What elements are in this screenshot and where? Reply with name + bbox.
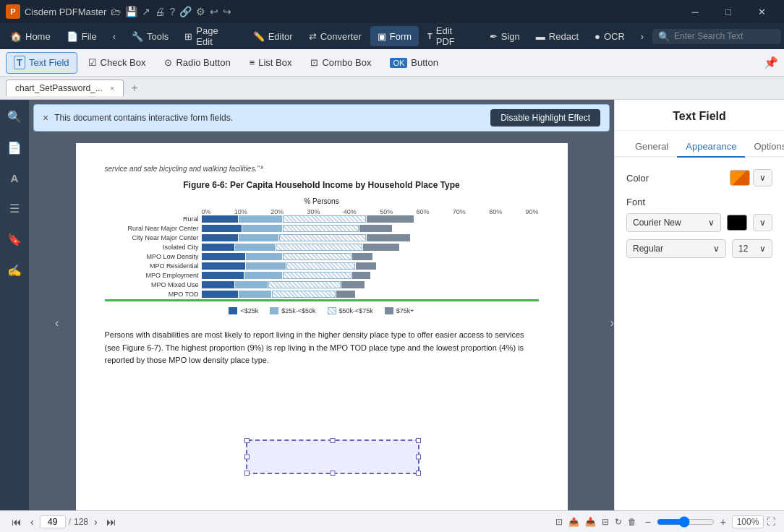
page-number-input[interactable] [40, 515, 66, 528]
sidebar-pages-icon[interactable]: 📄 [3, 137, 26, 159]
color-swatch[interactable] [730, 170, 750, 186]
menu-form[interactable]: ▣ Form [370, 26, 419, 46]
zoom-value[interactable]: 100% [732, 515, 764, 528]
radio-button-tool[interactable]: ⊙ Radio Button [156, 52, 238, 74]
pdf-viewer[interactable]: ‹ › service and safe bicycling and walki… [29, 136, 614, 510]
pin-icon[interactable]: 📌 [764, 56, 778, 69]
tab-options[interactable]: Options [745, 137, 784, 156]
tab-close-icon[interactable]: × [110, 84, 114, 93]
list-box-tool[interactable]: ≡ List Box [242, 52, 300, 74]
toolbar: T Text Field ☑ Check Box ⊙ Radio Button … [0, 49, 784, 77]
search-input[interactable] [674, 31, 775, 41]
menu-edit-pdf[interactable]: T Edit PDF [420, 26, 481, 46]
sidebar-text-icon[interactable]: A [7, 168, 23, 189]
add-tab-button[interactable]: + [125, 79, 143, 98]
bar-row-rural: Rural [105, 215, 539, 223]
nav-first-button[interactable]: ⏮ [9, 515, 25, 529]
menu-redact[interactable]: ▬ Redact [529, 26, 586, 46]
menu-home-label: Home [25, 31, 51, 42]
zoom-out-button[interactable]: − [642, 515, 654, 529]
handle-mr[interactable] [416, 455, 421, 460]
nav-forward-icon[interactable]: › [634, 26, 651, 46]
bar-rural-3 [283, 215, 366, 223]
handle-tl[interactable] [244, 438, 250, 443]
delete-page-icon[interactable]: 🗑 [628, 517, 636, 527]
settings-icon[interactable]: ⚙ [196, 6, 205, 17]
axis-60: 60% [416, 208, 429, 215]
font-size-dropdown[interactable]: 12 ∨ [732, 239, 772, 258]
color-dropdown[interactable]: ∨ [753, 169, 772, 186]
nav-prev-button[interactable]: ‹ [27, 515, 37, 529]
notification-close-icon[interactable]: × [43, 112, 48, 124]
print-icon[interactable]: 🖨 [155, 6, 165, 17]
zoom-slider[interactable] [657, 516, 715, 528]
tabbar: chart_SetPassword_... × + [0, 77, 784, 100]
axis-70: 70% [453, 208, 466, 215]
save-icon[interactable]: 💾 [125, 6, 137, 17]
tab-general[interactable]: General [626, 137, 677, 156]
link-icon[interactable]: 🔗 [179, 6, 192, 17]
sidebar-sign-icon[interactable]: ✍ [3, 259, 26, 282]
split-page-icon[interactable]: ⊟ [602, 517, 609, 527]
rotate-icon[interactable]: ↻ [615, 517, 622, 527]
collapse-right-arrow[interactable]: › [610, 317, 614, 330]
sidebar-list-icon[interactable]: ☰ [5, 197, 24, 220]
menu-tools[interactable]: 🔧 Tools [124, 26, 176, 46]
text-field-tool[interactable]: T Text Field [6, 52, 77, 74]
nav-back-icon[interactable]: ‹ [106, 26, 123, 46]
page-separator: / [69, 517, 71, 527]
font-name-dropdown[interactable]: Courier New ∨ [626, 213, 721, 232]
collapse-left-arrow[interactable]: ‹ [55, 317, 59, 330]
menu-ocr[interactable]: ● OCR [587, 26, 632, 46]
menu-converter[interactable]: ⇄ Converter [302, 26, 369, 46]
undo-icon[interactable]: ↩ [210, 6, 218, 17]
extract-page-icon[interactable]: 📤 [568, 517, 579, 527]
sidebar-search-icon[interactable]: 🔍 [3, 106, 26, 128]
help-icon[interactable]: ? [169, 6, 175, 17]
nav-next-button[interactable]: › [91, 515, 101, 529]
font-color-dropdown[interactable]: ∨ [753, 214, 772, 231]
menu-home[interactable]: 🏠 Home [3, 26, 58, 46]
disable-highlight-button[interactable]: Disable Highlight Effect [490, 109, 600, 126]
redo-icon[interactable]: ↪ [223, 6, 231, 17]
legend-item-3: $50k-<$75k [328, 307, 373, 314]
main-area: 🔍 📄 A ☰ 🔖 ✍ × This document contains int… [0, 100, 784, 510]
menu-file[interactable]: 📄 File [59, 26, 104, 46]
menu-editor[interactable]: ✏️ Editor [246, 26, 300, 46]
handle-ml[interactable] [244, 455, 250, 460]
share-icon[interactable]: ↗ [142, 6, 150, 17]
tab-appearance[interactable]: Appearance [677, 137, 745, 158]
form-field-element[interactable] [246, 439, 419, 474]
maximize-button[interactable]: □ [712, 0, 745, 23]
radio-button-label: Radio Button [176, 57, 230, 68]
edit-pdf-icon: T [427, 32, 433, 40]
minimize-button[interactable]: ─ [678, 0, 712, 23]
zoom-in-button[interactable]: + [717, 515, 729, 529]
document-tab[interactable]: chart_SetPassword_... × [6, 80, 124, 96]
bar-row-mpo-res: MPO Residential [105, 262, 539, 270]
fit-page-icon[interactable]: ⊡ [555, 517, 563, 527]
legend-label-4: $75k+ [396, 307, 414, 314]
legend-color-2 [270, 307, 278, 314]
legend-label-3: $50k-<$75k [339, 307, 373, 314]
open-icon[interactable]: 🗁 [111, 6, 121, 17]
fullscreen-icon[interactable]: ⛶ [767, 517, 775, 527]
handle-tc[interactable] [330, 438, 335, 443]
combo-box-tool[interactable]: ⊡ Combo Box [302, 52, 379, 74]
font-color-swatch[interactable] [727, 215, 747, 231]
menu-page-edit[interactable]: ⊞ Page Edit [177, 26, 244, 46]
handle-tr[interactable] [416, 438, 421, 443]
close-button[interactable]: ✕ [745, 0, 778, 23]
sign-icon: ✒ [490, 31, 498, 42]
menu-sign[interactable]: ✒ Sign [482, 26, 527, 46]
sidebar-bookmark-icon[interactable]: 🔖 [3, 228, 26, 251]
handle-bl[interactable] [244, 471, 250, 476]
nav-last-button[interactable]: ⏭ [103, 515, 119, 529]
insert-page-icon[interactable]: 📥 [585, 517, 596, 527]
handle-bc[interactable] [330, 471, 335, 476]
handle-br[interactable] [416, 471, 421, 476]
bar-row-mpo-low: MPO Low Density [105, 253, 539, 260]
check-box-tool[interactable]: ☑ Check Box [80, 52, 154, 74]
font-style-dropdown[interactable]: Regular ∨ [626, 239, 726, 258]
button-tool[interactable]: OK Button [382, 52, 446, 74]
